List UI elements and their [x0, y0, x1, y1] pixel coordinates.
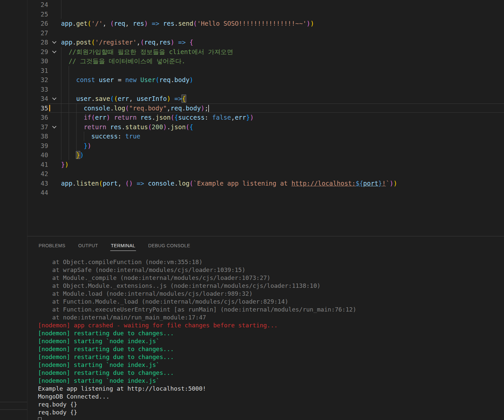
code-token: ): [65, 161, 68, 168]
indent-guide: [69, 94, 69, 104]
code-token: }: [76, 151, 80, 159]
line-content: app.listen(port, () => console.log(`Exam…: [48, 179, 504, 188]
code-token: console: [84, 105, 110, 112]
code-token: false: [212, 114, 231, 121]
code-editor[interactable]: 242526app.get('/', (req, res) => res.sen…: [27, 0, 504, 236]
editor-line-43[interactable]: 43app.listen(port, () => console.log(`Ex…: [27, 179, 504, 188]
line-content: }): [48, 160, 504, 169]
editor-line-31[interactable]: 31: [27, 66, 504, 75]
terminal-line: [nodemon] restarting due to changes...: [38, 353, 504, 361]
gutter-margin: [48, 104, 61, 113]
code-token: [61, 105, 84, 112]
code-token: ): [189, 76, 193, 83]
panel-tab-output[interactable]: OUTPUT: [78, 240, 99, 251]
editor-line-39[interactable]: 39 }): [27, 141, 504, 151]
code-token: }: [84, 142, 87, 149]
editor-line-38[interactable]: 38 success: true: [27, 132, 504, 141]
code-token: '/': [91, 20, 103, 27]
terminal-line: [nodemon] restarting due to changes...: [38, 345, 504, 353]
editor-line-24[interactable]: 24: [27, 0, 504, 10]
line-content: // 그것들을 데이터베이스에 넣어준다.: [48, 56, 504, 66]
editor-line-26[interactable]: 26app.get('/', (req, res) => res.send('H…: [27, 19, 504, 28]
code-token: [208, 114, 212, 121]
code-token: (: [91, 39, 95, 46]
terminal-line: at wrapSafe (node:internal/modules/cjs/l…: [38, 266, 504, 274]
panel-tab-terminal[interactable]: TERMINAL: [110, 240, 136, 251]
editor-line-41[interactable]: 41}): [27, 160, 504, 169]
code-token: ): [307, 20, 310, 27]
line-content: //회원가입할때 필요한 정보들을 client에서 가져오면: [48, 47, 504, 57]
line-content: }): [48, 150, 504, 160]
editor-line-29[interactable]: 29 //회원가입할때 필요한 정보들을 client에서 가져오면: [27, 47, 504, 57]
code-token: ): [106, 114, 110, 121]
code-token: .: [72, 20, 76, 27]
code-token: post: [76, 39, 91, 46]
editor-line-34[interactable]: 34 user.save((err, userInfo) =>{: [27, 94, 504, 104]
terminal-output[interactable]: at Object.compileFunction (node:vm:355:1…: [27, 254, 504, 420]
code-token: [61, 114, 84, 121]
sidebar-divider: [0, 402, 27, 402]
code-token: user: [76, 95, 91, 102]
code-text: app.get('/', (req, res) => res.send('Hel…: [61, 19, 314, 28]
editor-line-25[interactable]: 25: [27, 10, 504, 19]
editor-line-36[interactable]: 36 if(err) return res.json({success: fal…: [27, 113, 504, 122]
text-cursor: [208, 105, 209, 112]
indent-guide: [76, 113, 77, 122]
code-token: (: [140, 39, 144, 46]
indent-guide: [61, 47, 61, 57]
gutter-margin: [48, 188, 61, 197]
code-token: [61, 57, 69, 65]
code-token: ${: [355, 180, 363, 187]
code-token: req: [144, 39, 155, 46]
indent-guide: [69, 141, 69, 151]
terminal-line: [nodemon] starting `node index.js`: [38, 361, 504, 369]
fold-chevron-icon[interactable]: [52, 124, 56, 129]
panel-tab-problems[interactable]: PROBLEMS: [38, 240, 66, 251]
line-number: 39: [27, 141, 48, 151]
editor-line-27[interactable]: 27: [27, 28, 504, 38]
terminal-line: [nodemon] restarting due to changes...: [38, 329, 504, 337]
indent-guide: [76, 104, 77, 113]
code-token: success: [178, 114, 205, 121]
panel-tab-debug-console[interactable]: DEBUG CONSOLE: [148, 240, 191, 251]
code-token: [61, 123, 84, 131]
code-token: .: [110, 105, 114, 112]
gutter-margin: [48, 10, 61, 19]
editor-line-37[interactable]: 37 return res.status(200).json({: [27, 122, 504, 132]
code-token: (: [125, 105, 129, 112]
code-token: success: [91, 133, 118, 140]
editor-line-35[interactable]: 35 console.log("req.body",req.body);: [27, 104, 504, 113]
line-content: app.get('/', (req, res) => res.send('Hel…: [48, 19, 504, 28]
code-token: (: [193, 20, 197, 27]
line-number: 44: [27, 188, 48, 197]
code-token: [144, 180, 148, 187]
code-token: res: [110, 123, 121, 131]
indent-guide: [69, 75, 69, 85]
terminal-line: at Module._compile (node:internal/module…: [38, 274, 504, 282]
editor-line-42[interactable]: 42: [27, 169, 504, 179]
editor-line-44[interactable]: 44: [27, 188, 504, 197]
code-token: res: [133, 20, 144, 27]
code-token: ;: [205, 105, 208, 112]
editor-line-32[interactable]: 32 const user = new User(req.body): [27, 75, 504, 85]
terminal-line: at Module.load (node:internal/modules/cj…: [38, 290, 504, 298]
code-token: res: [163, 20, 174, 27]
line-content: [48, 169, 504, 179]
code-token: User: [140, 76, 155, 83]
fold-chevron-icon[interactable]: [52, 96, 56, 100]
editor-line-33[interactable]: 33: [27, 85, 504, 94]
fold-chevron-icon[interactable]: [52, 40, 56, 44]
editor-line-40[interactable]: 40 }): [27, 150, 504, 160]
gutter-margin: [48, 94, 61, 104]
fold-chevron-icon[interactable]: [52, 49, 56, 53]
line-number: 29: [27, 47, 48, 57]
code-token: [61, 48, 69, 55]
terminal-line: at Function.Module._load (node:internal/…: [38, 298, 504, 306]
editor-line-28[interactable]: 28app.post('/register',(req,res) => {: [27, 38, 504, 47]
code-text: success: true: [61, 132, 140, 141]
code-token: [133, 180, 136, 187]
editor-line-30[interactable]: 30 // 그것들을 데이터베이스에 넣어준다.: [27, 56, 504, 66]
code-token: const: [76, 76, 95, 83]
indent-guide: [69, 113, 69, 122]
code-token: req: [114, 20, 125, 27]
